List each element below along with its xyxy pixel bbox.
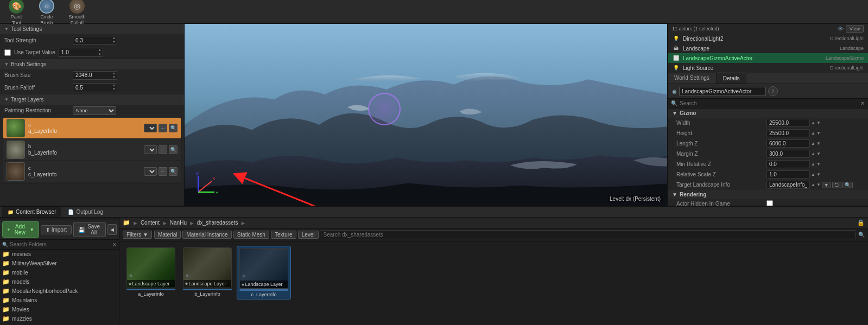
painting-restriction-select[interactable]: None — [73, 106, 116, 115]
layer-back-c[interactable]: ← — [159, 167, 167, 176]
paint-tool[interactable]: 🎨 Paint Tool — [4, 0, 28, 27]
layer-row-a[interactable]: a a_LayerInfo ← 🔍 — [3, 118, 181, 138]
filter-tab-texture[interactable]: Texture — [271, 231, 296, 239]
viewport-svg — [185, 24, 667, 206]
use-target-input[interactable] — [59, 49, 97, 56]
brush-size-up[interactable]: ▲ — [112, 72, 116, 75]
asset-a_layerinfo[interactable]: ⊕ Landscape Layer ★ a_LayerInfo — [124, 246, 178, 299]
folder-mobile[interactable]: 📁 mobile — [0, 268, 119, 277]
actor-hidden-label: Actor Hidden In Game — [676, 201, 763, 206]
folder-tree: 📁 mesnes 📁 MilitaryWeapSilver 📁 mobile 📁… — [0, 250, 119, 325]
layer-search-a[interactable]: 🔍 — [169, 124, 178, 132]
brush-settings-header[interactable]: ▼ Brush Settings — [0, 59, 184, 69]
tool-strength-up[interactable]: ▲ — [112, 36, 116, 40]
brush-falloff-input-group: ▲ ▼ — [73, 83, 117, 92]
circle-tool[interactable]: ○ Circle Brush — [35, 0, 59, 27]
filters-dropdown-button[interactable]: Filters ▼ — [123, 231, 152, 239]
use-target-up[interactable]: ▲ — [98, 48, 102, 52]
lock-icon[interactable]: 🔒 — [857, 219, 865, 226]
actor-name-input[interactable] — [679, 87, 766, 96]
folder-militaryweapsilver[interactable]: 📁 MilitaryWeapSilver — [0, 259, 119, 268]
details-search-icon: 🔍 — [671, 100, 677, 106]
add-new-dropdown[interactable]: ▼ — [30, 227, 34, 232]
layer-row-c[interactable]: c c_LayerInfo ← 🔍 — [3, 161, 181, 182]
filter-tab-material-instance[interactable]: Material Instance — [182, 231, 231, 239]
brush-size-row: Brush Size ▲ ▼ — [0, 69, 184, 81]
gizmo-prop-length-z: Length Z ▲ ▼ — [668, 138, 868, 149]
folder-muzzles[interactable]: 📁 muzzles — [0, 314, 119, 323]
save-all-button[interactable]: 💾 Save All — [73, 222, 106, 237]
tool-strength-down[interactable]: ▼ — [112, 40, 116, 44]
outliner-row-landscape[interactable]: 🏔 Landscape Landscape — [668, 43, 868, 53]
outliner-row-gizmo[interactable]: ⬜ LandscapeGizmoActiveActor LandscapeGiz… — [668, 53, 868, 63]
rendering-group-header[interactable]: ▼ Rendering — [668, 190, 868, 199]
filter-tab-material[interactable]: Material — [154, 231, 181, 239]
breadcrumb-sharedassets[interactable]: dx_sharedassets — [197, 220, 238, 226]
details-search-input[interactable] — [680, 100, 858, 106]
layer-row-b[interactable]: b b_LayerInfo ← 🔍 — [3, 139, 181, 160]
circle-icon: ○ — [39, 0, 54, 14]
brush-size-input[interactable] — [73, 72, 111, 79]
filters-label: Filters ▼ — [126, 232, 148, 238]
brush-falloff-up[interactable]: ▲ — [112, 84, 116, 87]
asset-type-bar-b_layerinfo — [183, 289, 232, 290]
gizmo-prop-min-relative-z: Min Relative Z ▲ ▼ — [668, 159, 868, 169]
add-new-button[interactable]: + Add New ▼ — [2, 221, 39, 238]
use-target-checkbox[interactable] — [4, 49, 11, 56]
folder-mesnes[interactable]: 📁 mesnes — [0, 250, 119, 259]
tool-settings-header[interactable]: ▼ Tool Settings — [0, 24, 184, 34]
painting-restriction-row: Painting Restriction None — [0, 105, 184, 117]
breadcrumb-content[interactable]: Content — [141, 220, 160, 226]
filter-tab-static-mesh[interactable]: Static Mesh — [233, 231, 269, 239]
nav-back-button[interactable]: ◄ — [107, 224, 117, 235]
folder-mountains[interactable]: 📁 Mountains — [0, 296, 119, 305]
breadcrumb-nanhu[interactable]: NanHu — [170, 220, 187, 226]
content-search-input[interactable] — [321, 230, 856, 239]
folder-icon-modularneighborhoodpack: 📁 — [2, 288, 10, 295]
folder-search-input[interactable] — [10, 241, 111, 247]
smooth-tool[interactable]: ◎ Smooth Falloff — [65, 0, 89, 27]
asset-label-a_layerinfo: Landscape Layer — [127, 280, 175, 288]
layer-search-b[interactable]: 🔍 — [169, 145, 178, 154]
brush-falloff-down[interactable]: ▼ — [112, 87, 116, 91]
layer-select-a[interactable] — [144, 124, 157, 132]
filter-tab-level[interactable]: Level — [298, 231, 319, 239]
folder-modularneighborhoodpack[interactable]: 📁 ModularNeighborhoodPack — [0, 286, 119, 296]
asset-type-bar-a_layerinfo — [126, 289, 175, 290]
tab-output-log[interactable]: 📄 Output Log — [62, 207, 108, 217]
target-layers-header[interactable]: ▼ Target Layers — [0, 94, 184, 105]
layer-back-b[interactable]: ← — [159, 145, 167, 154]
use-target-down[interactable]: ▼ — [98, 53, 102, 56]
tab-world-settings[interactable]: World Settings — [668, 73, 717, 84]
asset-b_layerinfo[interactable]: ⊕ Landscape Layer ★ b_LayerInfo — [180, 246, 235, 299]
tab-content-browser[interactable]: 📁 Content Browser — [2, 207, 61, 217]
folder-search-row: 🔍 ✕ — [0, 240, 119, 250]
actor-hidden-value — [766, 200, 864, 206]
actor-hidden-checkbox[interactable] — [766, 200, 773, 206]
folder-movies[interactable]: 📁 Movies — [0, 305, 119, 314]
tab-details[interactable]: Details — [717, 73, 747, 84]
folder-models[interactable]: 📁 models — [0, 277, 119, 286]
details-help-btn[interactable]: ? — [768, 86, 778, 96]
asset-c_layerinfo[interactable]: ⊕ Landscape Layer ★ c_LayerInfo — [237, 246, 291, 299]
details-header: ◉ ? — [668, 84, 868, 99]
layer-back-a[interactable]: ← — [159, 124, 167, 132]
gizmo-group-header[interactable]: ▼ Gizmo — [668, 109, 868, 118]
outliner-row-dirlight2[interactable]: 💡 DirectionalLight2 DirectionalLight — [668, 34, 868, 43]
outliner-row-lightsource[interactable]: 💡 Light Source DirectionalLight — [668, 63, 868, 73]
tool-strength-input[interactable] — [73, 37, 111, 44]
details-search-clear[interactable]: ✕ — [860, 100, 865, 106]
view-button[interactable]: View — [846, 25, 864, 33]
layer-search-c[interactable]: 🔍 — [169, 167, 178, 176]
gizmo-group-label: Gizmo — [680, 110, 696, 116]
brush-size-down[interactable]: ▼ — [112, 75, 116, 79]
target-layers-label: Target Layers — [11, 97, 44, 103]
brush-falloff-input[interactable] — [73, 84, 111, 91]
viewport[interactable]: X Y Z Level: dx (Persistent) — [185, 24, 667, 206]
content-search-icon[interactable]: 🔍 — [858, 232, 865, 238]
layer-controls-a: ← 🔍 — [144, 124, 178, 132]
layer-select-c[interactable] — [144, 167, 157, 176]
layer-select-b[interactable] — [144, 145, 157, 154]
import-button[interactable]: ⬆ Import — [41, 225, 72, 234]
folder-search-clear[interactable]: ✕ — [112, 242, 117, 247]
